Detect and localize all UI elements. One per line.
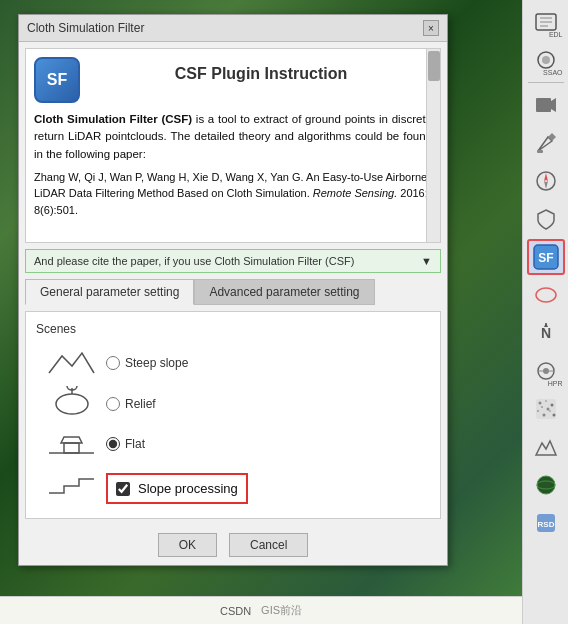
sphere-icon xyxy=(532,471,560,499)
dialog-titlebar: Cloth Simulation Filter × xyxy=(19,15,447,42)
watermark-text: GIS前沿 xyxy=(261,603,302,618)
video-icon xyxy=(532,91,560,119)
ssao-label: SSAO xyxy=(543,69,562,76)
toolbar-btn-csf[interactable]: SF xyxy=(527,239,565,275)
info-box: SF CSF Plugin Instruction Cloth Simulati… xyxy=(25,48,441,243)
svg-point-19 xyxy=(543,368,549,374)
toolbar-btn-noise[interactable] xyxy=(527,391,565,427)
svg-marker-42 xyxy=(61,437,82,443)
relief-option[interactable]: Relief xyxy=(106,397,156,411)
svg-marker-10 xyxy=(544,173,548,181)
dialog-overlay: Cloth Simulation Filter × SF CSF Plugin … xyxy=(18,14,448,566)
svg-rect-6 xyxy=(536,98,551,112)
svg-point-23 xyxy=(538,402,541,405)
steep-slope-icon xyxy=(36,348,106,378)
toolbar-btn-circle[interactable] xyxy=(527,277,565,313)
toolbar-btn-ssao[interactable]: SSAO xyxy=(527,42,565,78)
cite-note: And please cite the paper, if you use Cl… xyxy=(25,249,441,273)
svg-text:RSD: RSD xyxy=(537,520,554,529)
svg-point-28 xyxy=(549,410,551,412)
pnv-icon xyxy=(532,433,560,461)
edl-label: EDL xyxy=(549,31,563,38)
csf-dialog: Cloth Simulation Filter × SF CSF Plugin … xyxy=(18,14,448,566)
ok-button[interactable]: OK xyxy=(158,533,217,557)
flat-label: Flat xyxy=(125,437,145,451)
flat-radio[interactable] xyxy=(106,437,120,451)
flat-option[interactable]: Flat xyxy=(106,437,145,451)
dialog-close-button[interactable]: × xyxy=(423,20,439,36)
slope-processing-icon xyxy=(36,473,106,498)
slope-processing-checkbox[interactable] xyxy=(116,482,130,496)
info-citation: Zhang W, Qi J, Wan P, Wang H, Xie D, Wan… xyxy=(34,169,432,219)
toolbar-divider-1 xyxy=(528,82,564,83)
svg-text:N: N xyxy=(540,325,550,341)
svg-point-26 xyxy=(537,410,539,412)
toolbar-btn-edl[interactable]: EDL xyxy=(527,4,565,40)
svg-marker-7 xyxy=(551,98,556,112)
svg-point-39 xyxy=(56,394,88,414)
steep-slope-radio[interactable] xyxy=(106,356,120,370)
toolbar-btn-pnv[interactable] xyxy=(527,429,565,465)
svg-point-25 xyxy=(550,404,553,407)
slope-processing-label: Slope processing xyxy=(138,481,238,496)
scene-row-flat: Flat xyxy=(36,425,430,463)
svg-marker-32 xyxy=(536,441,556,455)
svg-point-14 xyxy=(536,288,556,302)
cite-note-arrow: ▼ xyxy=(421,255,432,267)
toolbar-btn-rsd[interactable]: RSD xyxy=(527,505,565,541)
bottom-bar: CSDN GIS前沿 xyxy=(0,596,522,624)
svg-marker-11 xyxy=(544,181,548,189)
svg-point-31 xyxy=(546,408,549,411)
steep-slope-label: Steep slope xyxy=(125,356,188,370)
slope-processing-row: Slope processing xyxy=(106,473,248,504)
svg-point-30 xyxy=(541,406,543,408)
csdn-text: CSDN xyxy=(220,605,251,617)
scrollbar[interactable] xyxy=(426,49,440,242)
relief-label: Relief xyxy=(125,397,156,411)
right-toolbar: EDL SSAO xyxy=(522,0,568,624)
svg-rect-43 xyxy=(64,443,79,453)
scene-row-slope-processing: Slope processing xyxy=(36,463,430,508)
scenes-label: Scenes xyxy=(36,322,430,336)
tabs: General parameter setting Advanced param… xyxy=(25,279,441,305)
relief-icon xyxy=(36,386,106,421)
info-paragraph: Cloth Simulation Filter (CSF) is a tool … xyxy=(34,111,432,163)
scene-row-steep: Steep slope xyxy=(36,344,430,382)
toolbar-btn-sphere[interactable] xyxy=(527,467,565,503)
dialog-body: SF CSF Plugin Instruction Cloth Simulati… xyxy=(19,42,447,525)
csf-icon: SF xyxy=(532,243,560,271)
cancel-button[interactable]: Cancel xyxy=(229,533,308,557)
scene-row-relief: Relief xyxy=(36,382,430,425)
toolbar-btn-hpr[interactable]: HPR xyxy=(527,353,565,389)
hpr-label: HPR xyxy=(548,380,563,387)
north-icon: N xyxy=(532,319,560,347)
sf-logo: SF xyxy=(34,57,80,103)
tab-advanced[interactable]: Advanced parameter setting xyxy=(194,279,374,305)
tab-content-general: Scenes Steep slope xyxy=(25,311,441,519)
svg-point-24 xyxy=(545,400,547,402)
cite-note-text: And please cite the paper, if you use Cl… xyxy=(34,255,354,267)
tab-general[interactable]: General parameter setting xyxy=(25,279,194,305)
relief-radio[interactable] xyxy=(106,397,120,411)
toolbar-btn-brush[interactable] xyxy=(527,125,565,161)
toolbar-btn-north[interactable]: N xyxy=(527,315,565,351)
oval-icon xyxy=(532,281,560,309)
svg-point-27 xyxy=(542,414,545,417)
svg-point-36 xyxy=(537,476,555,494)
scrollbar-thumb xyxy=(428,51,440,81)
svg-point-5 xyxy=(542,56,550,64)
shield-icon xyxy=(532,205,560,233)
brush-icon xyxy=(532,129,560,157)
toolbar-btn-compass[interactable] xyxy=(527,163,565,199)
toolbar-btn-shield[interactable] xyxy=(527,201,565,237)
compass-icon xyxy=(532,167,560,195)
noise-icon xyxy=(532,395,560,423)
toolbar-btn-video[interactable] xyxy=(527,87,565,123)
plugin-title: CSF Plugin Instruction xyxy=(90,57,432,83)
rsd-icon: RSD xyxy=(532,509,560,537)
dialog-footer: OK Cancel xyxy=(19,525,447,565)
svg-rect-8 xyxy=(537,150,543,153)
svg-text:SF: SF xyxy=(538,251,553,265)
flat-icon xyxy=(36,429,106,459)
steep-slope-option[interactable]: Steep slope xyxy=(106,356,188,370)
